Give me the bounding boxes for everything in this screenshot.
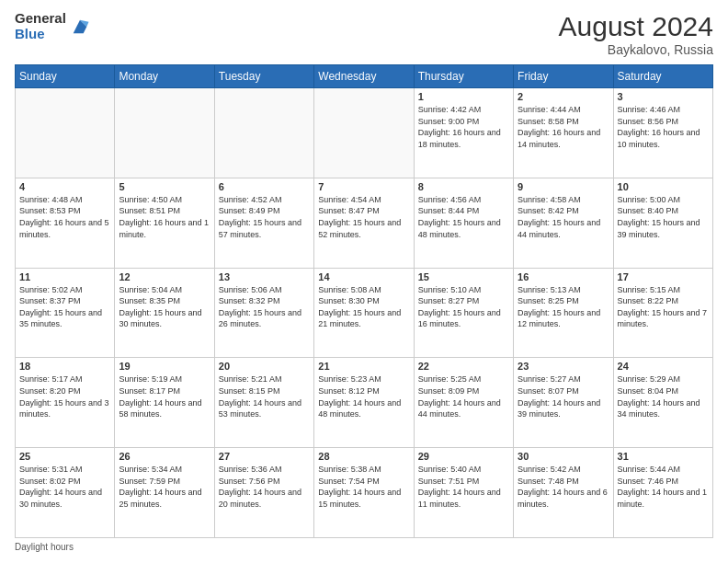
day-info: Sunrise: 4:44 AM Sunset: 8:58 PM Dayligh… bbox=[518, 104, 609, 150]
logo-icon bbox=[70, 17, 90, 37]
table-row: 5Sunrise: 4:50 AM Sunset: 8:51 PM Daylig… bbox=[115, 178, 214, 268]
table-row: 19Sunrise: 5:19 AM Sunset: 8:17 PM Dayli… bbox=[115, 358, 214, 448]
logo: General Blue bbox=[15, 11, 90, 41]
table-row: 9Sunrise: 4:58 AM Sunset: 8:42 PM Daylig… bbox=[514, 178, 613, 268]
day-info: Sunrise: 4:54 AM Sunset: 8:47 PM Dayligh… bbox=[318, 194, 409, 240]
logo-general: General bbox=[15, 11, 66, 27]
day-info: Sunrise: 5:29 AM Sunset: 8:04 PM Dayligh… bbox=[618, 373, 709, 419]
day-info: Sunrise: 5:10 AM Sunset: 8:27 PM Dayligh… bbox=[418, 284, 509, 330]
day-info: Sunrise: 5:15 AM Sunset: 8:22 PM Dayligh… bbox=[618, 284, 709, 330]
table-row: 24Sunrise: 5:29 AM Sunset: 8:04 PM Dayli… bbox=[613, 358, 712, 448]
calendar-week-row: 18Sunrise: 5:17 AM Sunset: 8:20 PM Dayli… bbox=[16, 358, 713, 448]
table-row: 31Sunrise: 5:44 AM Sunset: 7:46 PM Dayli… bbox=[613, 448, 712, 538]
day-number: 25 bbox=[19, 451, 110, 462]
day-number: 10 bbox=[618, 181, 709, 192]
day-info: Sunrise: 5:34 AM Sunset: 7:59 PM Dayligh… bbox=[119, 464, 210, 510]
table-row: 3Sunrise: 4:46 AM Sunset: 8:56 PM Daylig… bbox=[613, 88, 712, 178]
header-monday: Monday bbox=[115, 65, 214, 88]
weekday-header-row: Sunday Monday Tuesday Wednesday Thursday… bbox=[16, 65, 713, 88]
table-row: 29Sunrise: 5:40 AM Sunset: 7:51 PM Dayli… bbox=[414, 448, 513, 538]
day-info: Sunrise: 4:42 AM Sunset: 9:00 PM Dayligh… bbox=[418, 104, 509, 150]
day-number: 27 bbox=[219, 451, 310, 462]
table-row bbox=[16, 88, 115, 178]
day-number: 12 bbox=[119, 271, 210, 282]
day-number: 15 bbox=[418, 271, 509, 282]
day-number: 26 bbox=[119, 451, 210, 462]
calendar-table: Sunday Monday Tuesday Wednesday Thursday… bbox=[15, 64, 713, 538]
day-info: Sunrise: 5:02 AM Sunset: 8:37 PM Dayligh… bbox=[19, 284, 110, 330]
location: Baykalovo, Russia bbox=[559, 42, 713, 57]
day-info: Sunrise: 4:52 AM Sunset: 8:49 PM Dayligh… bbox=[219, 194, 310, 240]
header: General Blue August 2024 Baykalovo, Russ… bbox=[15, 11, 713, 57]
day-number: 16 bbox=[518, 271, 609, 282]
day-info: Sunrise: 5:44 AM Sunset: 7:46 PM Dayligh… bbox=[618, 464, 709, 510]
table-row: 27Sunrise: 5:36 AM Sunset: 7:56 PM Dayli… bbox=[214, 448, 313, 538]
day-info: Sunrise: 4:46 AM Sunset: 8:56 PM Dayligh… bbox=[618, 104, 709, 150]
day-info: Sunrise: 5:19 AM Sunset: 8:17 PM Dayligh… bbox=[119, 373, 210, 419]
calendar-week-row: 25Sunrise: 5:31 AM Sunset: 8:02 PM Dayli… bbox=[16, 448, 713, 538]
header-wednesday: Wednesday bbox=[314, 65, 414, 88]
page: General Blue August 2024 Baykalovo, Russ… bbox=[0, 0, 728, 563]
logo-text: General Blue bbox=[15, 11, 66, 41]
day-number: 4 bbox=[19, 181, 110, 192]
day-number: 19 bbox=[119, 361, 210, 372]
day-number: 2 bbox=[518, 91, 609, 102]
day-info: Sunrise: 4:50 AM Sunset: 8:51 PM Dayligh… bbox=[119, 194, 210, 240]
day-info: Sunrise: 5:17 AM Sunset: 8:20 PM Dayligh… bbox=[19, 373, 110, 419]
title-block: August 2024 Baykalovo, Russia bbox=[559, 11, 713, 57]
day-number: 30 bbox=[518, 451, 609, 462]
day-info: Sunrise: 5:36 AM Sunset: 7:56 PM Dayligh… bbox=[219, 464, 310, 510]
day-number: 13 bbox=[219, 271, 310, 282]
header-friday: Friday bbox=[514, 65, 613, 88]
day-info: Sunrise: 5:42 AM Sunset: 7:48 PM Dayligh… bbox=[518, 464, 609, 510]
day-info: Sunrise: 5:06 AM Sunset: 8:32 PM Dayligh… bbox=[219, 284, 310, 330]
table-row: 7Sunrise: 4:54 AM Sunset: 8:47 PM Daylig… bbox=[314, 178, 414, 268]
table-row: 12Sunrise: 5:04 AM Sunset: 8:35 PM Dayli… bbox=[115, 268, 214, 358]
table-row: 4Sunrise: 4:48 AM Sunset: 8:53 PM Daylig… bbox=[16, 178, 115, 268]
header-tuesday: Tuesday bbox=[214, 65, 313, 88]
calendar-week-row: 1Sunrise: 4:42 AM Sunset: 9:00 PM Daylig… bbox=[16, 88, 713, 178]
day-info: Sunrise: 5:40 AM Sunset: 7:51 PM Dayligh… bbox=[418, 464, 509, 510]
day-number: 29 bbox=[418, 451, 509, 462]
calendar-week-row: 4Sunrise: 4:48 AM Sunset: 8:53 PM Daylig… bbox=[16, 178, 713, 268]
table-row: 14Sunrise: 5:08 AM Sunset: 8:30 PM Dayli… bbox=[314, 268, 414, 358]
table-row: 18Sunrise: 5:17 AM Sunset: 8:20 PM Dayli… bbox=[16, 358, 115, 448]
header-thursday: Thursday bbox=[414, 65, 513, 88]
day-number: 9 bbox=[518, 181, 609, 192]
day-info: Sunrise: 5:31 AM Sunset: 8:02 PM Dayligh… bbox=[19, 464, 110, 510]
table-row: 28Sunrise: 5:38 AM Sunset: 7:54 PM Dayli… bbox=[314, 448, 414, 538]
day-number: 31 bbox=[618, 451, 709, 462]
day-number: 14 bbox=[318, 271, 409, 282]
table-row: 16Sunrise: 5:13 AM Sunset: 8:25 PM Dayli… bbox=[514, 268, 613, 358]
table-row: 21Sunrise: 5:23 AM Sunset: 8:12 PM Dayli… bbox=[314, 358, 414, 448]
footer-note: Daylight hours bbox=[15, 542, 713, 552]
table-row: 1Sunrise: 4:42 AM Sunset: 9:00 PM Daylig… bbox=[414, 88, 513, 178]
footer-text: Daylight hours bbox=[15, 542, 74, 552]
table-row: 13Sunrise: 5:06 AM Sunset: 8:32 PM Dayli… bbox=[214, 268, 313, 358]
day-number: 24 bbox=[618, 361, 709, 372]
table-row bbox=[115, 88, 214, 178]
table-row bbox=[214, 88, 313, 178]
day-info: Sunrise: 5:27 AM Sunset: 8:07 PM Dayligh… bbox=[518, 373, 609, 419]
header-saturday: Saturday bbox=[613, 65, 712, 88]
table-row: 30Sunrise: 5:42 AM Sunset: 7:48 PM Dayli… bbox=[514, 448, 613, 538]
day-info: Sunrise: 4:56 AM Sunset: 8:44 PM Dayligh… bbox=[418, 194, 509, 240]
day-number: 7 bbox=[318, 181, 409, 192]
logo-blue: Blue bbox=[15, 27, 66, 42]
day-number: 3 bbox=[618, 91, 709, 102]
day-number: 17 bbox=[618, 271, 709, 282]
day-number: 1 bbox=[418, 91, 509, 102]
day-number: 8 bbox=[418, 181, 509, 192]
header-sunday: Sunday bbox=[16, 65, 115, 88]
day-number: 21 bbox=[318, 361, 409, 372]
table-row: 20Sunrise: 5:21 AM Sunset: 8:15 PM Dayli… bbox=[214, 358, 313, 448]
table-row: 11Sunrise: 5:02 AM Sunset: 8:37 PM Dayli… bbox=[16, 268, 115, 358]
day-info: Sunrise: 5:25 AM Sunset: 8:09 PM Dayligh… bbox=[418, 373, 509, 419]
day-info: Sunrise: 5:38 AM Sunset: 7:54 PM Dayligh… bbox=[318, 464, 409, 510]
day-info: Sunrise: 5:21 AM Sunset: 8:15 PM Dayligh… bbox=[219, 373, 310, 419]
day-info: Sunrise: 4:48 AM Sunset: 8:53 PM Dayligh… bbox=[19, 194, 110, 240]
table-row: 6Sunrise: 4:52 AM Sunset: 8:49 PM Daylig… bbox=[214, 178, 313, 268]
day-info: Sunrise: 5:04 AM Sunset: 8:35 PM Dayligh… bbox=[119, 284, 210, 330]
day-number: 20 bbox=[219, 361, 310, 372]
table-row: 2Sunrise: 4:44 AM Sunset: 8:58 PM Daylig… bbox=[514, 88, 613, 178]
